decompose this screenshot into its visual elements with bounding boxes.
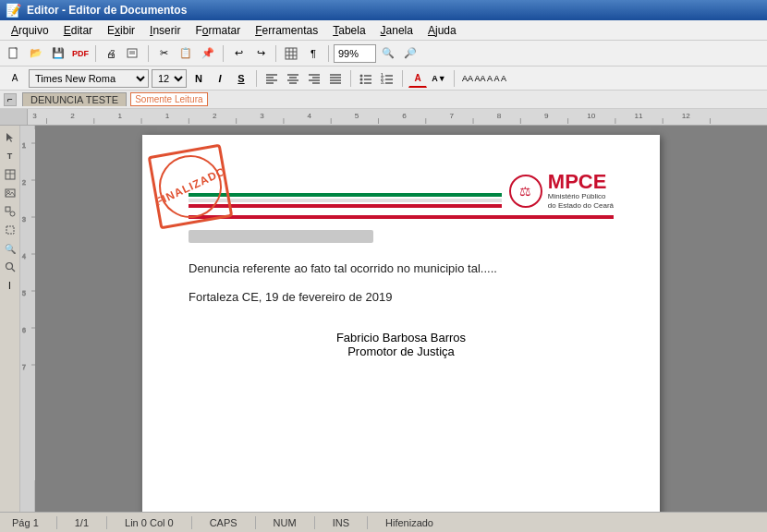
- align-right-btn[interactable]: [305, 69, 323, 88]
- title-bar-text: Editor - Editor de Documentos: [27, 4, 187, 17]
- menu-ajuda[interactable]: Ajuda: [420, 22, 464, 39]
- svg-text:5: 5: [22, 290, 26, 296]
- menu-ferramentas[interactable]: Ferramentas: [248, 22, 325, 39]
- print-btn[interactable]: 🖨: [101, 43, 121, 64]
- fmt-sep3: [402, 70, 403, 87]
- status-bar: Pág 1 1/1 Lin 0 Col 0 CAPS NUM INS Hifen…: [0, 512, 767, 532]
- text-tool[interactable]: T: [2, 148, 18, 164]
- font-name-select[interactable]: Times New Roma: [29, 69, 149, 88]
- highlight-btn[interactable]: A▼: [430, 69, 448, 88]
- tab-row: ⌐ DENUNCIA TESTE Somente Leitura: [0, 91, 767, 109]
- status-sep4: [255, 516, 256, 529]
- menu-editar[interactable]: Editar: [56, 22, 100, 39]
- status-sep2: [106, 516, 107, 529]
- font-color-btn[interactable]: A: [408, 69, 427, 88]
- page-of: 1/1: [68, 515, 95, 530]
- justify-btn[interactable]: [326, 69, 345, 88]
- green-stripe: [189, 193, 502, 197]
- signature-title: Promotor de Justiça: [189, 345, 614, 358]
- menu-inserir[interactable]: Inserir: [142, 22, 188, 39]
- zoom-input[interactable]: 99%: [338, 48, 371, 59]
- new-btn[interactable]: [4, 43, 24, 64]
- svg-point-25: [360, 74, 363, 77]
- menu-exibir[interactable]: Exibir: [100, 22, 142, 39]
- zoom-box: 99%: [334, 44, 376, 63]
- read-only-badge: Somente Leitura: [130, 92, 207, 106]
- svg-text:1: 1: [165, 112, 170, 120]
- left-tools: T 🔍 I: [0, 126, 20, 512]
- document-page: FINALIZADO ⚖ MPCE Ministério Público do …: [142, 135, 660, 512]
- svg-text:6: 6: [402, 112, 407, 120]
- menu-janela[interactable]: Janela: [373, 22, 420, 39]
- svg-text:11: 11: [634, 112, 643, 120]
- sep4: [275, 45, 276, 62]
- font-size-select[interactable]: 12: [152, 69, 187, 88]
- menu-formatar[interactable]: Formatar: [188, 22, 248, 39]
- underline-btn[interactable]: S: [232, 69, 250, 88]
- svg-text:3: 3: [260, 112, 264, 120]
- svg-text:3: 3: [22, 216, 26, 223]
- pdf-btn[interactable]: PDF: [70, 43, 91, 64]
- svg-marker-68: [6, 133, 13, 142]
- copy-btn[interactable]: 📋: [176, 43, 196, 64]
- bold-btn[interactable]: N: [189, 69, 208, 88]
- fmt-sep4: [454, 70, 455, 87]
- zoom-out-btn[interactable]: 🔎: [400, 43, 420, 64]
- document-header: ⚖ MPCE Ministério Público do Estado do C…: [189, 172, 614, 219]
- hifenizado-indicator: Hifenizado: [379, 515, 440, 530]
- page-number: Pág 1: [6, 515, 45, 530]
- status-sep3: [191, 516, 192, 529]
- svg-rect-76: [6, 226, 14, 234]
- signature-block: Fabricio Barbosa Barros Promotor de Just…: [189, 331, 614, 358]
- zoom-in-btn[interactable]: 🔍: [378, 43, 398, 64]
- status-sep1: [56, 516, 57, 529]
- table-btn[interactable]: [281, 43, 301, 64]
- open-btn[interactable]: 📂: [26, 43, 46, 64]
- body-paragraph-2: Fortaleza CE, 19 de fevereiro de 2019: [189, 286, 614, 308]
- text-cursor-tool[interactable]: I: [2, 277, 18, 294]
- table-tool[interactable]: [2, 166, 18, 183]
- numbered-btn[interactable]: 1.2.3.: [378, 69, 396, 88]
- sep3: [223, 45, 224, 62]
- svg-line-78: [12, 269, 15, 272]
- svg-text:4: 4: [22, 253, 26, 260]
- undo-btn[interactable]: ↩: [228, 43, 249, 64]
- search-tool[interactable]: [2, 259, 18, 275]
- align-center-btn[interactable]: [284, 69, 302, 88]
- image-tool[interactable]: [2, 185, 18, 201]
- header-stripes: [189, 189, 502, 212]
- select-tool[interactable]: [2, 129, 18, 146]
- white-stripe: [189, 199, 502, 202]
- svg-text:9: 9: [544, 112, 549, 120]
- doc-tab[interactable]: DENUNCIA TESTE: [22, 92, 127, 106]
- svg-text:4: 4: [308, 112, 312, 120]
- ins-indicator: INS: [326, 515, 356, 530]
- paste-btn[interactable]: 📌: [198, 43, 218, 64]
- zoom-tool[interactable]: 🔍: [2, 240, 18, 257]
- style-btn[interactable]: A: [4, 70, 26, 87]
- shapes-tool[interactable]: [2, 203, 18, 220]
- body-paragraph-1: Denuncia referente ao fato tal ocorrido …: [189, 258, 614, 279]
- svg-text:2: 2: [213, 112, 217, 120]
- sep2: [148, 45, 149, 62]
- para-btn[interactable]: ¶: [303, 43, 323, 64]
- bullet-btn[interactable]: [357, 69, 375, 88]
- caps-indicator: CAPS: [203, 515, 244, 530]
- svg-point-29: [360, 81, 363, 84]
- menu-tabela[interactable]: Tabela: [325, 22, 372, 39]
- fmt-sep1: [256, 70, 257, 87]
- svg-text:1: 1: [22, 142, 26, 149]
- font-size-labels: AA AA A A A: [462, 74, 506, 83]
- preview-btn[interactable]: [123, 43, 143, 64]
- align-left-btn[interactable]: [262, 69, 281, 88]
- save-btn[interactable]: 💾: [48, 43, 68, 64]
- frame-tool[interactable]: [2, 222, 18, 238]
- svg-text:3: 3: [32, 112, 37, 120]
- italic-btn[interactable]: I: [211, 69, 229, 88]
- redo-btn[interactable]: ↪: [250, 43, 271, 64]
- cut-btn[interactable]: ✂: [153, 43, 174, 64]
- svg-text:10: 10: [587, 112, 596, 120]
- svg-text:5: 5: [355, 112, 359, 120]
- menu-arquivo[interactable]: Arquivo: [4, 22, 56, 39]
- tab-indicator[interactable]: ⌐: [4, 93, 17, 106]
